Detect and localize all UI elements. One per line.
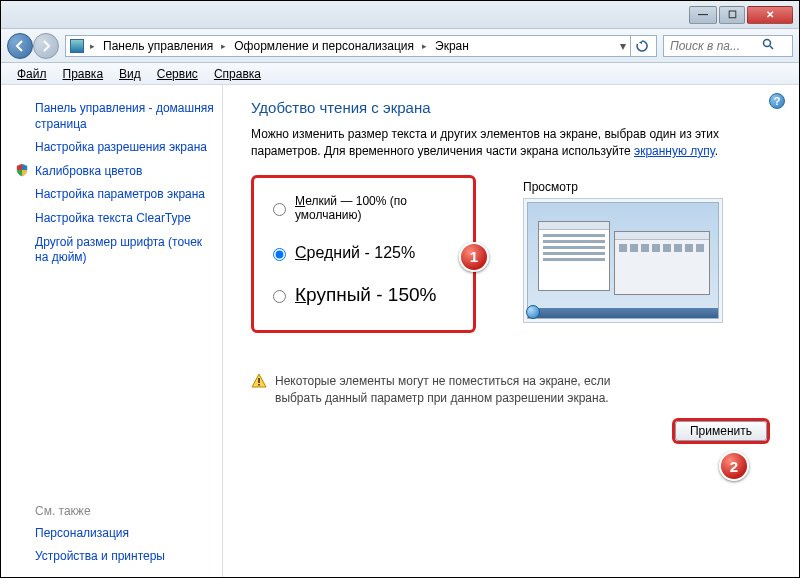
magnifier-link[interactable]: экранную лупу [634,144,715,158]
svg-point-0 [764,40,771,47]
close-button[interactable]: ✕ [747,6,793,24]
callout-1: 1 [459,242,489,272]
address-bar[interactable]: ▸ Панель управления ▸ Оформление и персо… [65,35,657,57]
preview-label: Просмотр [523,180,723,194]
sidebar-devices[interactable]: Устройства и принтеры [35,545,214,569]
apply-wrap: Применить [675,421,767,441]
chevron-right-icon: ▸ [420,41,429,51]
refresh-button[interactable] [630,35,652,57]
forward-button[interactable] [33,33,59,59]
nav-bar: ▸ Панель управления ▸ Оформление и персо… [1,29,799,63]
preview-monitor [527,202,719,319]
titlebar: — ☐ ✕ [1,1,799,29]
sidebar-params[interactable]: Настройка параметров экрана [1,183,222,207]
sidebar: Панель управления - домашняя страница На… [1,85,223,578]
radio-large-label: Крупный - 150% [295,284,436,306]
sidebar-calibrate-label: Калибровка цветов [35,164,142,178]
nav-buttons [7,33,59,59]
body-area: Панель управления - домашняя страница На… [1,85,799,578]
menu-bar: Файл Правка Вид Сервис Справка [1,63,799,85]
sidebar-personalize[interactable]: Персонализация [35,522,214,546]
sidebar-calibrate[interactable]: Калибровка цветов [1,160,222,184]
callout-2: 2 [719,451,749,481]
preview-window-1 [538,221,610,291]
intro-text-2: . [715,144,718,158]
back-button[interactable] [7,33,33,59]
svg-line-1 [770,46,773,49]
sidebar-resolution[interactable]: Настройка разрешения экрана [1,136,222,160]
radio-medium-row[interactable]: Средний - 125% [268,244,459,262]
warning-row: Некоторые элементы могут не поместиться … [251,373,781,407]
menu-view[interactable]: Вид [111,65,149,83]
chevron-right-icon: ▸ [88,41,97,51]
chevron-right-icon: ▸ [219,41,228,51]
preview-frame [523,198,723,323]
content: ? Удобство чтения с экрана Можно изменит… [223,85,799,578]
shield-icon [15,163,29,177]
maximize-button[interactable]: ☐ [719,6,745,24]
search-icon[interactable] [762,38,774,53]
radio-medium-label: Средний - 125% [295,244,415,262]
sidebar-dpi[interactable]: Другой размер шрифта (точек на дюйм) [1,231,222,270]
minimize-button[interactable]: — [689,6,717,24]
breadcrumb-root[interactable]: Панель управления [101,39,215,53]
svg-rect-3 [258,384,260,386]
start-orb-icon [526,305,540,319]
radio-group: Мелкий — 100% (по умолчанию) Средний - 1… [251,175,476,333]
radio-large[interactable] [273,290,286,303]
control-panel-icon [70,39,84,53]
menu-file[interactable]: Файл [9,65,55,83]
menu-edit[interactable]: Правка [55,65,112,83]
breadcrumb-leaf[interactable]: Экран [433,39,471,53]
address-dropdown[interactable]: ▾ [620,39,626,53]
svg-rect-2 [258,378,260,383]
see-also-title: См. также [35,500,214,522]
radio-small[interactable] [273,203,286,216]
page-intro: Можно изменить размер текста и других эл… [251,126,781,161]
breadcrumb-mid[interactable]: Оформление и персонализация [232,39,416,53]
apply-button[interactable]: Применить [675,421,767,441]
sidebar-cleartype[interactable]: Настройка текста ClearType [1,207,222,231]
warning-text: Некоторые элементы могут не поместиться … [275,373,615,407]
preview-window-2 [614,231,710,295]
menu-service[interactable]: Сервис [149,65,206,83]
radio-medium[interactable] [273,248,286,261]
warning-icon [251,373,267,389]
radio-small-label: Мелкий — 100% (по умолчанию) [295,194,459,222]
sidebar-home[interactable]: Панель управления - домашняя страница [1,97,222,136]
preview-area: Просмотр [523,180,723,323]
help-button[interactable]: ? [769,93,785,109]
page-title: Удобство чтения с экрана [251,99,781,116]
menu-help[interactable]: Справка [206,65,269,83]
see-also: См. также Персонализация Устройства и пр… [1,500,222,569]
search-input[interactable] [668,38,758,54]
radio-large-row[interactable]: Крупный - 150% [268,284,459,306]
radio-small-row[interactable]: Мелкий — 100% (по умолчанию) [268,194,459,222]
search-box[interactable] [663,35,793,57]
